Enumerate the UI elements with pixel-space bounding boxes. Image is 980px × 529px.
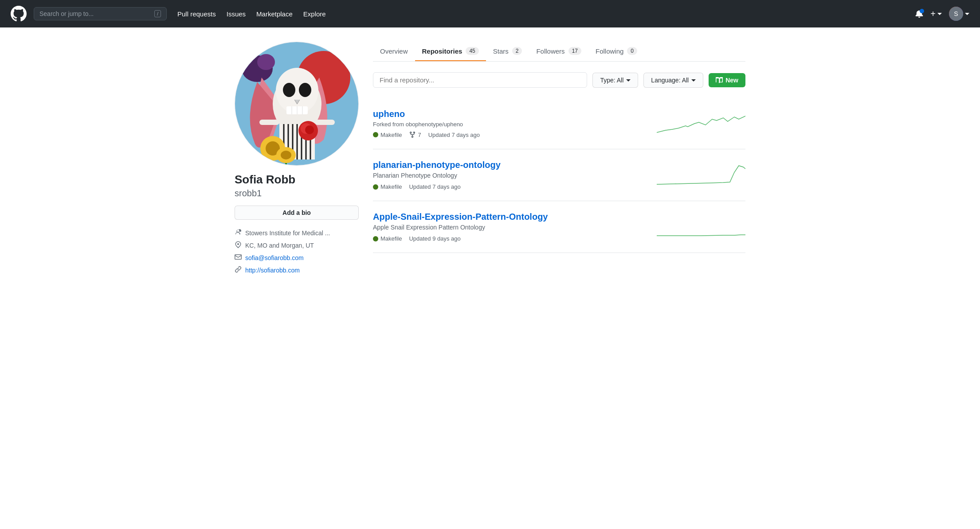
- language-filter-button[interactable]: Language: All: [643, 73, 703, 88]
- repo-item: Apple-Snail-Expression-Pattern-Ontology …: [373, 201, 745, 253]
- repo-updated: Updated 7 days ago: [428, 132, 480, 138]
- repo-info: Apple-Snail-Expression-Pattern-Ontology …: [373, 212, 650, 242]
- language-filter-label: Language: All: [651, 77, 689, 84]
- notifications-button[interactable]: [915, 10, 923, 18]
- nav-marketplace[interactable]: Marketplace: [256, 10, 293, 18]
- tab-following-label: Following: [596, 47, 623, 55]
- organization-icon: [235, 229, 242, 237]
- meta-location: KC, MO and Morgan, UT: [235, 241, 359, 250]
- repo-updated: Updated 9 days ago: [409, 235, 460, 242]
- svg-point-9: [299, 83, 311, 97]
- slash-key: /: [154, 10, 161, 17]
- tab-stars-count: 2: [512, 47, 522, 55]
- profile-tabs: Overview Repositories 45 Stars 2 Followe…: [373, 42, 745, 62]
- nav-explore[interactable]: Explore: [303, 10, 326, 18]
- search-bar[interactable]: Search or jump to... /: [34, 7, 167, 20]
- avatar-image: S: [949, 7, 963, 21]
- svg-text:S: S: [954, 10, 958, 17]
- repo-item: planarian-phenotype-ontology Planarian P…: [373, 149, 745, 201]
- language-dot: [373, 132, 378, 137]
- tab-repositories[interactable]: Repositories 45: [415, 42, 486, 61]
- repo-search-input[interactable]: [373, 72, 587, 88]
- nav-links: Pull requests Issues Marketplace Explore: [177, 10, 326, 18]
- profile-avatar: [235, 42, 359, 166]
- repo-forks: 7: [409, 131, 421, 138]
- notification-dot: [920, 9, 924, 13]
- chevron-down-icon-2: [691, 78, 696, 82]
- email-link[interactable]: sofia@sofiarobb.com: [245, 254, 304, 261]
- plus-label: +: [930, 9, 936, 19]
- tab-stars[interactable]: Stars 2: [486, 42, 529, 61]
- svg-rect-31: [259, 120, 279, 125]
- language-name: Makefile: [380, 132, 402, 138]
- search-placeholder: Search or jump to...: [39, 10, 94, 17]
- user-avatar-nav[interactable]: S: [949, 7, 969, 21]
- nav-issues[interactable]: Issues: [227, 10, 246, 18]
- tab-followers-label: Followers: [536, 47, 564, 55]
- repo-activity-graph: [657, 215, 745, 237]
- repo-name-link[interactable]: Apple-Snail-Expression-Pattern-Ontology: [373, 212, 650, 222]
- profile-sidebar: Sofia Robb srobb1 Add a bio Stowers Inst…: [235, 42, 359, 275]
- tab-overview[interactable]: Overview: [373, 42, 415, 61]
- svg-point-5: [257, 54, 275, 70]
- tab-repositories-count: 45: [466, 47, 478, 55]
- organization-name: Stowers Institute for Medical ...: [245, 229, 330, 237]
- tab-overview-label: Overview: [380, 47, 408, 55]
- type-filter-label: Type: All: [600, 77, 623, 84]
- repo-meta-row: Makefile Updated 7 days ago: [373, 183, 650, 190]
- repo-fork-notice: Forked from obophenotype/upheno: [373, 121, 650, 128]
- repo-description: Planarian Phenotype Ontology: [373, 172, 650, 179]
- profile-name: Sofia Robb: [235, 173, 359, 187]
- github-logo[interactable]: [11, 6, 27, 22]
- language-name: Makefile: [380, 235, 402, 242]
- location-text: KC, MO and Morgan, UT: [245, 242, 314, 249]
- nav-pull-requests[interactable]: Pull requests: [177, 10, 216, 18]
- repo-name-link[interactable]: upheno: [373, 109, 650, 119]
- main-content: Overview Repositories 45 Stars 2 Followe…: [373, 42, 745, 275]
- location-icon: [235, 241, 242, 250]
- repo-info: upheno Forked from obophenotype/upheno M…: [373, 109, 650, 138]
- svg-rect-32: [315, 120, 335, 125]
- repo-name-link[interactable]: planarian-phenotype-ontology: [373, 160, 650, 170]
- language-dot: [373, 184, 378, 190]
- new-repo-button[interactable]: New: [709, 73, 745, 87]
- svg-point-24: [305, 125, 314, 134]
- navbar: Search or jump to... / Pull requests Iss…: [0, 0, 980, 27]
- profile-username: srobb1: [235, 188, 359, 198]
- repo-meta-row: Makefile 7 Updated 7 days ago: [373, 131, 650, 138]
- repo-item: upheno Forked from obophenotype/upheno M…: [373, 98, 745, 149]
- meta-email: sofia@sofiarobb.com: [235, 253, 359, 262]
- language-name: Makefile: [380, 183, 402, 190]
- repo-list: upheno Forked from obophenotype/upheno M…: [373, 98, 745, 253]
- repo-language: Makefile: [373, 132, 402, 138]
- repo-updated: Updated 7 days ago: [409, 183, 460, 190]
- repo-filter-bar: Type: All Language: All New: [373, 72, 745, 88]
- email-icon: [235, 253, 242, 262]
- fork-icon: [409, 131, 416, 138]
- tab-stars-label: Stars: [493, 47, 509, 55]
- type-filter-button[interactable]: Type: All: [592, 73, 638, 88]
- language-dot: [373, 236, 378, 241]
- website-link[interactable]: http://sofiarobb.com: [245, 267, 300, 274]
- new-menu-button[interactable]: +: [930, 9, 942, 19]
- new-repo-label: New: [725, 77, 738, 84]
- repo-description: Apple Snail Expression Pattern Ontology: [373, 224, 650, 231]
- chevron-down-icon: [626, 78, 631, 82]
- fork-count-value: 7: [418, 132, 421, 138]
- repo-info: planarian-phenotype-ontology Planarian P…: [373, 160, 650, 190]
- add-bio-button[interactable]: Add a bio: [235, 206, 359, 220]
- tab-following-count: 0: [627, 47, 637, 55]
- svg-point-8: [283, 83, 295, 97]
- tab-repositories-label: Repositories: [422, 47, 463, 55]
- repo-language: Makefile: [373, 235, 402, 242]
- website-icon: [235, 266, 242, 275]
- tab-followers[interactable]: Followers 17: [529, 42, 588, 61]
- repo-language: Makefile: [373, 183, 402, 190]
- meta-website: http://sofiarobb.com: [235, 266, 359, 275]
- book-icon: [716, 77, 723, 84]
- meta-organization: Stowers Institute for Medical ...: [235, 229, 359, 237]
- tab-following[interactable]: Following 0: [588, 42, 644, 61]
- page-layout: Sofia Robb srobb1 Add a bio Stowers Inst…: [224, 27, 756, 289]
- repo-meta-row: Makefile Updated 9 days ago: [373, 235, 650, 242]
- svg-point-28: [281, 151, 291, 159]
